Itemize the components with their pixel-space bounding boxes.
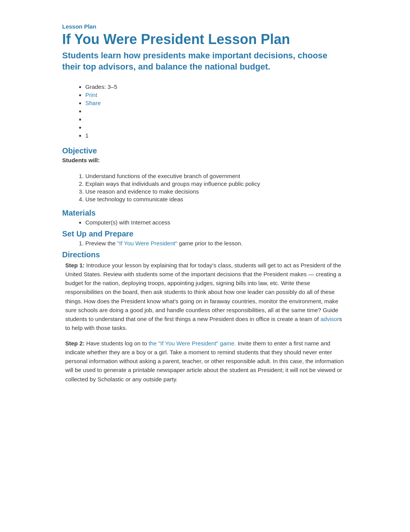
step-1-label: Step 1:: [65, 262, 85, 269]
page-num-item: 1: [85, 132, 348, 139]
materials-heading: Materials: [62, 209, 348, 218]
meta-list: Grades: 3–5 Print Share 1: [62, 83, 348, 139]
materials-list: Computer(s) with Internet access: [62, 219, 348, 226]
share-item[interactable]: Share: [85, 100, 348, 106]
main-title: If You Were President Lesson Plan: [62, 31, 348, 47]
materials-item-1: Computer(s) with Internet access: [85, 219, 348, 226]
step-2-block: Step 2: Have students log on to the "If …: [62, 339, 348, 384]
objective-section: Objective Students will: Understand func…: [62, 146, 348, 202]
setup-link[interactable]: "If You Were President": [117, 240, 177, 246]
step-1-block: Step 1: Introduce your lesson by explain…: [62, 261, 348, 333]
subtitle: Students learn how presidents make impor…: [62, 50, 348, 72]
step-1-text: Step 1: Introduce your lesson by explain…: [65, 261, 348, 333]
step-2-label: Step 2:: [65, 340, 85, 347]
step-1-body: Introduce your lesson by explaining that…: [65, 262, 341, 323]
empty-item-2: [85, 116, 348, 122]
objective-heading: Objective: [62, 146, 348, 155]
page-container: Lesson Plan If You Were President Lesson…: [31, 0, 379, 421]
print-item[interactable]: Print: [85, 92, 348, 98]
objective-item-2: Explain ways that individuals and groups…: [85, 180, 348, 187]
empty-item-1: [85, 108, 348, 114]
lesson-plan-label: Lesson Plan: [62, 23, 348, 30]
setup-text-before: Preview the: [85, 240, 117, 246]
header-section: Lesson Plan If You Were President Lesson…: [62, 23, 348, 73]
directions-heading: Directions: [62, 250, 348, 259]
setup-item-1: Preview the "If You Were President" game…: [85, 240, 348, 246]
grades-item: Grades: 3–5: [85, 83, 348, 90]
share-link[interactable]: Share: [85, 100, 101, 106]
objective-list: Understand functions of the executive br…: [62, 173, 348, 202]
objective-item-1: Understand functions of the executive br…: [85, 173, 348, 179]
setup-section: Set Up and Prepare Preview the "If You W…: [62, 229, 348, 246]
empty-item-3: [85, 124, 348, 131]
step-2-link[interactable]: the "If You Were President" game.: [149, 340, 236, 347]
step-2-body: Have students log on to: [85, 340, 149, 347]
materials-section: Materials Computer(s) with Internet acce…: [62, 209, 348, 226]
print-link[interactable]: Print: [85, 92, 97, 98]
page-number: 1: [85, 132, 88, 139]
setup-list: Preview the "If You Were President" game…: [62, 240, 348, 246]
students-will-label: Students will:: [62, 157, 348, 163]
directions-section: Directions Step 1: Introduce your lesson…: [62, 250, 348, 384]
step-1-link[interactable]: advisor: [320, 316, 339, 322]
step-2-text: Step 2: Have students log on to the "If …: [65, 339, 348, 384]
setup-heading: Set Up and Prepare: [62, 229, 348, 238]
setup-text-after: game prior to the lesson.: [177, 240, 242, 246]
objective-item-4: Use technology to communicate ideas: [85, 196, 348, 202]
objective-item-3: Use reason and evidence to make decision…: [85, 188, 348, 195]
